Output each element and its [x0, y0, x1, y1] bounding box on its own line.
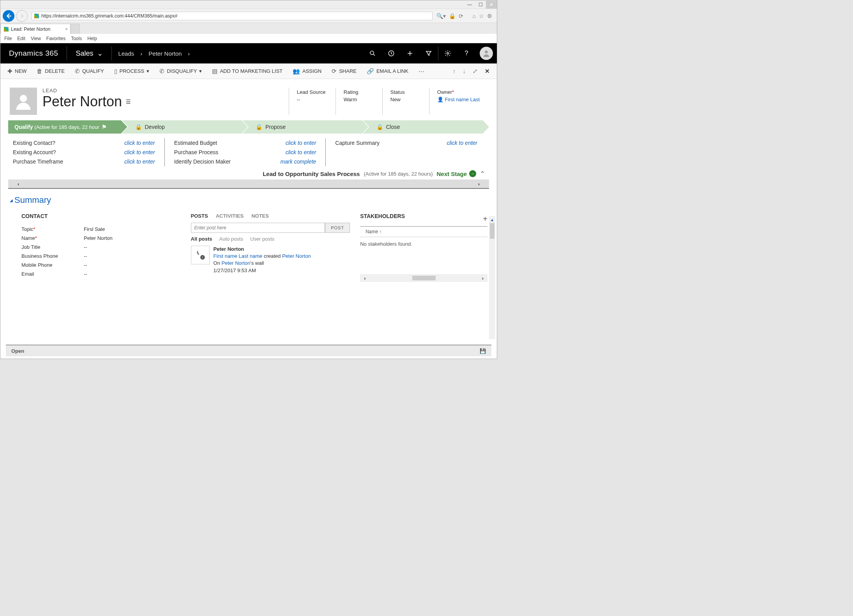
favorites-icon[interactable]: ☆ [479, 13, 484, 19]
svg-point-4 [20, 95, 27, 102]
fld-mobile[interactable]: Mobile Phone-- [21, 260, 181, 269]
stage-close[interactable]: 🔒Close [363, 120, 489, 134]
vscrollbar[interactable]: ▲ [489, 216, 495, 339]
crumb-record[interactable]: Peter Norton [148, 50, 182, 57]
cmd-disqualify[interactable]: ✆DISQUALIFY ▾ [159, 68, 202, 75]
scroll-left-icon[interactable]: ‹ [18, 181, 19, 187]
menu-tools[interactable]: Tools [71, 36, 82, 41]
post-item: ! Peter Norton First name Last name crea… [191, 246, 350, 274]
tab-activities[interactable]: ACTIVITIES [216, 213, 244, 219]
hscrollbar[interactable]: ‹› [8, 180, 489, 188]
menu-favorites[interactable]: Favorites [46, 36, 65, 41]
quick-create-icon[interactable] [401, 50, 419, 57]
hdr-status[interactable]: StatusNew [382, 88, 429, 115]
stage-develop[interactable]: 🔒Develop [122, 120, 248, 134]
pf-purchase-timeframe[interactable]: Purchase Timeframeclick to enter [13, 157, 155, 166]
cmd-delete[interactable]: 🗑DELETE [37, 68, 65, 74]
menu-view[interactable]: View [31, 36, 41, 41]
tab-notes[interactable]: NOTES [251, 213, 269, 219]
popout-icon[interactable]: ⤢ [473, 68, 478, 75]
stage-qualify[interactable]: Qualify (Active for 185 days, 22 hour⚑ [8, 120, 127, 134]
post-button[interactable]: POST [325, 223, 350, 233]
browser-tab[interactable]: Lead: Peter Norton× [0, 24, 71, 34]
area-selector[interactable]: Sales⌄ [67, 49, 111, 58]
menu-edit[interactable]: Edit [17, 36, 25, 41]
stakeholders-hscroll[interactable]: ‹› [360, 274, 487, 282]
maximize-btn[interactable]: ☐ [475, 1, 486, 9]
new-tab-btn[interactable] [71, 24, 80, 34]
pf-est-budget[interactable]: Estimated Budgetclick to enter [174, 138, 316, 148]
pf-purchase-process[interactable]: Purchase Processclick to enter [174, 148, 316, 157]
add-stakeholder-btn[interactable]: + [483, 215, 487, 224]
fld-jobtitle[interactable]: Job Title-- [21, 243, 181, 252]
fld-email[interactable]: Email-- [21, 269, 181, 278]
cmd-process[interactable]: ▯PROCESS ▾ [114, 68, 150, 75]
fld-topic[interactable]: Topic*Firsl Sale [21, 225, 181, 234]
nav-forward-btn[interactable] [16, 10, 28, 22]
cmd-email-link[interactable]: 🔗EMAIL A LINK [367, 68, 408, 75]
recent-icon[interactable] [382, 50, 401, 57]
stage-propose[interactable]: 🔒Propose [242, 120, 369, 134]
nav-up-icon[interactable]: ↑ [453, 68, 456, 75]
tab-posts[interactable]: POSTS [191, 213, 208, 219]
scroll-right-icon[interactable]: › [478, 181, 480, 187]
list-icon[interactable]: ☰ [126, 99, 131, 105]
collapse-process-icon[interactable]: ⌃ [480, 170, 485, 177]
gear-icon[interactable] [438, 50, 457, 57]
chevron-down-icon: ⌄ [97, 49, 103, 58]
search-icon[interactable]: 🔍▾ [436, 13, 446, 19]
hdr-lead-source[interactable]: Lead Source-- [289, 88, 336, 115]
scroll-right-icon[interactable]: › [482, 275, 484, 281]
filter-icon[interactable] [419, 50, 438, 57]
hdr-owner[interactable]: Owner*👤 First name Last [429, 88, 487, 115]
cmd-overflow[interactable]: ⋯ [419, 68, 424, 75]
nav-back-btn[interactable] [3, 10, 14, 22]
pf-decision-maker[interactable]: Identify Decision Makermark complete [174, 157, 316, 166]
scroll-thumb[interactable] [490, 223, 494, 239]
refresh-icon[interactable]: ⟳ [459, 13, 463, 19]
next-stage-btn[interactable]: Next Stage→ [436, 170, 476, 177]
help-icon[interactable]: ? [457, 50, 476, 57]
close-icon[interactable]: ✕ [485, 68, 490, 75]
brand[interactable]: Dynamics 365 [0, 49, 67, 58]
address-bar[interactable]: https://internalcrm.ms365.grinmark.com:4… [32, 12, 433, 20]
posts-col: POSTS ACTIVITIES NOTES POST All posts Au… [191, 213, 350, 282]
post-date: 1/27/2017 9:53 AM [214, 267, 311, 274]
menu-file[interactable]: File [4, 36, 12, 41]
cmd-assign[interactable]: 👥ASSIGN [293, 68, 321, 75]
scroll-up-icon[interactable]: ▲ [489, 216, 495, 223]
crumb-leads[interactable]: Leads [118, 50, 134, 57]
save-icon[interactable]: 💾 [480, 348, 486, 354]
pf-existing-account[interactable]: Existing Account?click to enter [13, 148, 155, 157]
fld-bizphone[interactable]: Business Phone-- [21, 252, 181, 260]
user-avatar[interactable] [480, 47, 493, 60]
nav-down-icon[interactable]: ↓ [463, 68, 466, 75]
hdr-rating[interactable]: RatingWarm [336, 88, 382, 115]
cmd-qualify[interactable]: ✆QUALIFY [75, 68, 104, 75]
post-avatar: ! [191, 246, 210, 264]
filter-auto[interactable]: Auto posts [219, 236, 243, 242]
pf-existing-contact[interactable]: Existing Contact?click to enter [13, 138, 155, 148]
pf-capture-summary[interactable]: Capture Summaryclick to enter [335, 138, 477, 148]
svg-point-3 [485, 51, 487, 53]
fld-name[interactable]: Name*Peter Norton [21, 234, 181, 243]
global-search-icon[interactable] [363, 50, 382, 57]
minimize-btn[interactable]: — [464, 1, 475, 9]
filter-all[interactable]: All posts [191, 236, 212, 242]
close-btn[interactable]: ✕ [486, 1, 497, 9]
filter-user[interactable]: User posts [250, 236, 274, 242]
home-icon[interactable]: ⌂ [473, 13, 476, 19]
menu-help[interactable]: Help [87, 36, 97, 41]
post-input[interactable] [191, 223, 325, 233]
lock-icon: 🔒 [256, 124, 262, 130]
summary-title[interactable]: ◢Summary [10, 195, 487, 205]
cmd-share[interactable]: ⟳SHARE [332, 68, 357, 75]
stakeholders-sort[interactable]: Name ↑ [360, 227, 487, 237]
scroll-left-icon[interactable]: ‹ [364, 275, 366, 281]
post-title: Peter Norton [214, 246, 311, 253]
cmd-new[interactable]: ✚NEW [7, 68, 26, 75]
plus-icon: ✚ [7, 68, 12, 75]
tab-close-icon[interactable]: × [65, 26, 68, 32]
cmd-add-marketing[interactable]: ▤ADD TO MARKETING LIST [212, 68, 283, 75]
settings-icon[interactable]: ⚙ [487, 13, 492, 19]
